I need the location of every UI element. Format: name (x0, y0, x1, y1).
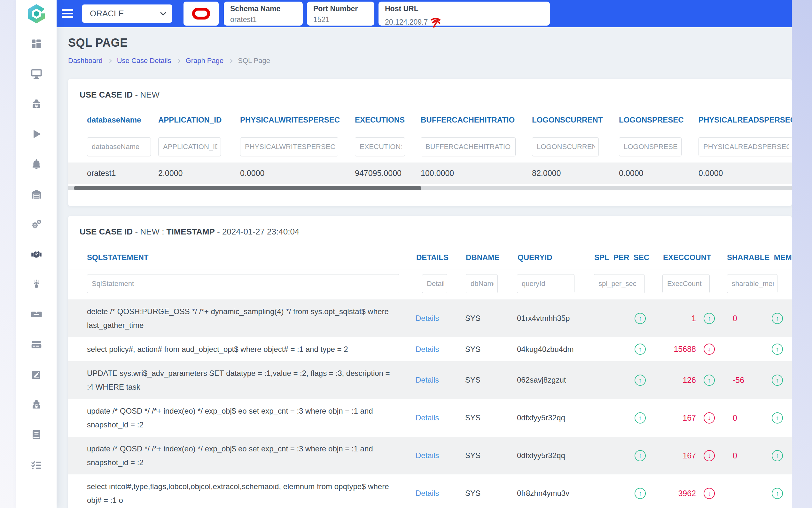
column-header-physicalwritespersec[interactable]: PHYSICALWRITESPERSEC (239, 116, 354, 124)
sharable-mem-value: -56 (733, 376, 744, 385)
sidebar-item-edit-note[interactable] (30, 369, 43, 380)
sql-table-row: delete /* QOSH:PURGE_OSS */ /*+ dynamic_… (68, 299, 792, 337)
cell-buffercachehitratio: 100.0000 (420, 169, 531, 178)
book-icon (31, 429, 42, 440)
details-link[interactable]: Details (416, 314, 439, 323)
execcount-value: 15688 (662, 344, 696, 354)
column-header-dbname[interactable]: DBNAME (465, 253, 517, 262)
sidebar-item-credit-card[interactable] (30, 339, 43, 350)
filter-input-queryid[interactable] (517, 274, 574, 293)
execcount-cell: 15688↓ (662, 344, 726, 355)
field-label: Port Number (313, 4, 374, 13)
details-link[interactable]: Details (416, 376, 439, 384)
column-header-physicalreadspersec[interactable]: PHYSICALREADSPERSEC (698, 116, 792, 124)
queryid-cell: 062savj8zgzut (517, 376, 594, 384)
cell-application_id: 2.0000 (158, 169, 239, 178)
host-url-field[interactable]: Host URL 20.124.209.7 (379, 2, 550, 26)
spl-trend-up-icon: ↑ (634, 412, 646, 424)
page-title: SQL PAGE (68, 36, 792, 50)
filter-input-spl_per_sec[interactable] (594, 274, 645, 293)
filter-input-dbname[interactable] (466, 274, 498, 293)
filter-input-databasename[interactable] (87, 137, 151, 157)
filter-input-sqlstatement[interactable] (87, 274, 399, 293)
sidebar-item-spy-agent[interactable] (30, 98, 43, 110)
database-select[interactable]: ORACLE (82, 4, 172, 23)
cell-physicalwritespersec: 0.0000 (239, 169, 354, 178)
filter-input-logonscurrent[interactable] (532, 137, 599, 157)
sql-statements-card: USE CASE ID - NEW : TIMESTAMP - 2024-01-… (68, 216, 792, 508)
sidebar-item-gears[interactable] (30, 218, 43, 230)
spl-per-sec-cell: ↑ (594, 450, 662, 461)
column-header-logonspresec[interactable]: LOGONSPRESEC (618, 116, 698, 124)
filter-input-executions[interactable] (355, 137, 405, 157)
sidebar-item-achievement[interactable] (30, 279, 43, 290)
checklist-icon (31, 459, 42, 471)
filter-input-details[interactable] (422, 274, 447, 293)
filter-input-application_id[interactable] (158, 137, 221, 157)
execcount-trend-down-icon: ↓ (704, 488, 715, 499)
sharable-mem-value: 0 (733, 314, 737, 323)
field-label: Host URL (385, 4, 550, 13)
bell-icon (31, 158, 42, 170)
sql-table-row: UPDATE sys.wri$_adv_parameters SET datat… (68, 361, 792, 399)
filter-input-execcount[interactable] (662, 274, 710, 293)
column-header-executions[interactable]: EXECUTIONS (354, 116, 420, 124)
dbname-cell: SYS (465, 376, 517, 384)
sharable-mem-value: 0 (733, 451, 737, 460)
execcount-cell: 1↑ (662, 313, 726, 324)
breadcrumb-dashboard[interactable]: Dashboard (68, 57, 103, 65)
details-link[interactable]: Details (416, 451, 439, 460)
sidebar-item-warehouse[interactable] (30, 188, 43, 200)
column-header-sharable_mem[interactable]: SHARABLE_MEM (726, 253, 792, 262)
oracle-logo (184, 2, 219, 26)
spl-trend-up-icon: ↑ (634, 488, 646, 499)
column-header-spl_per_sec[interactable]: SPL_PER_SEC (594, 253, 662, 262)
sharable-mem-trend-up-icon: ↑ (772, 488, 783, 499)
breadcrumb-graph-page[interactable]: Graph Page (186, 57, 224, 65)
filter-input-physicalreadspersec[interactable] (699, 137, 792, 157)
sqlstatement-cell: UPDATE sys.wri$_adv_parameters SET datat… (68, 361, 416, 399)
column-header-sqlstatement[interactable]: SQLSTATEMENT (68, 253, 416, 262)
horizontal-scrollbar[interactable] (68, 186, 792, 190)
column-header-buffercachehitratio[interactable]: BUFFERCACHEHITRATIO (420, 116, 531, 124)
sidebar-item-book[interactable] (30, 429, 43, 440)
sidebar-item-checklist[interactable] (30, 459, 43, 471)
menu-hamburger-icon[interactable] (62, 9, 73, 18)
filter-input-buffercachehitratio[interactable] (421, 137, 516, 157)
breadcrumb-use-case-details[interactable]: Use Case Details (117, 57, 171, 65)
column-header-databasename[interactable]: databaseName (68, 116, 158, 124)
execcount-value: 126 (662, 376, 696, 385)
execcount-value: 3962 (662, 489, 696, 498)
scrollbar-thumb[interactable] (74, 186, 421, 190)
sidebar-item-id-badge[interactable] (30, 309, 43, 320)
details-link[interactable]: Details (416, 413, 439, 422)
sidebar-item-bell[interactable] (30, 158, 43, 170)
details-link[interactable]: Details (416, 489, 439, 498)
play-icon (31, 128, 42, 140)
sidebar-item-monitor[interactable] (30, 68, 43, 80)
dbname-cell: SYS (465, 413, 517, 422)
dbname-cell: SYS (465, 451, 517, 460)
details-cell: Details (416, 376, 465, 384)
execcount-trend-up-icon: ↑ (704, 375, 715, 386)
redaction-scribble-icon (429, 16, 442, 30)
execcount-cell: 3962↓ (662, 488, 726, 499)
column-header-logonscurrent[interactable]: LOGONSCURRENT (531, 116, 618, 124)
execcount-value: 1 (662, 314, 696, 323)
sidebar-item-spy-agent-2[interactable] (30, 399, 43, 411)
filter-input-logonspresec[interactable] (619, 137, 681, 157)
schema-name-field[interactable]: Schema Name oratest1 (224, 2, 303, 26)
sidebar-item-dashboard[interactable] (30, 38, 43, 50)
sidebar-item-play[interactable] (30, 128, 43, 140)
app-window: ORACLE Schema Name oratest1Port Number 1… (16, 0, 792, 508)
filter-input-physicalwritespersec[interactable] (240, 137, 338, 157)
column-header-execcount[interactable]: EXECCOUNT (662, 253, 726, 262)
column-header-queryid[interactable]: QUERYID (517, 253, 594, 262)
app-logo[interactable] (16, 0, 57, 27)
details-link[interactable]: Details (416, 345, 439, 353)
sidebar-item-handshake[interactable] (30, 249, 43, 260)
port-number-field[interactable]: Port Number 1521 (307, 2, 374, 26)
column-header-details[interactable]: DETAILS (416, 253, 465, 262)
column-header-application_id[interactable]: APPLICATION_ID (158, 116, 239, 124)
filter-input-sharable_mem[interactable] (727, 274, 777, 293)
